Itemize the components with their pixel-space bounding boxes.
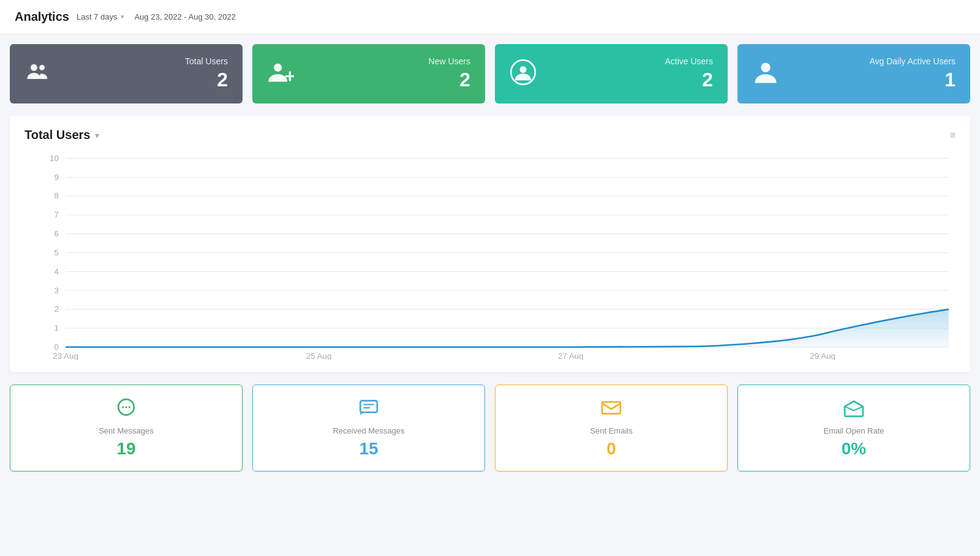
- svg-rect-41: [602, 402, 620, 413]
- person-add-icon: [267, 59, 294, 89]
- group-icon: [24, 59, 51, 89]
- sent-messages-card: Sent Messages 19: [10, 385, 243, 471]
- bottom-cards: Sent Messages 19 Received Messages 15 Se…: [0, 385, 980, 484]
- chart-section: Total Users ▾ ≡: [10, 116, 970, 372]
- active-users-content: Active Users 2: [546, 56, 713, 91]
- total-users-value: 2: [217, 69, 228, 91]
- date-range: Aug 23, 2022 - Aug 30, 2022: [134, 12, 236, 21]
- mail-icon: [601, 397, 622, 423]
- page-title: Analytics: [15, 10, 69, 24]
- chart-container: 10 9 8 7 6 5 4 3 2 1 0 23 Aug 25 Aug 27 …: [24, 152, 956, 360]
- mail-open-icon: [843, 397, 864, 423]
- header: Analytics Last 7 days ▾ Aug 23, 2022 - A…: [0, 0, 980, 34]
- svg-text:29 Aug: 29 Aug: [810, 351, 835, 360]
- svg-text:3: 3: [54, 286, 58, 295]
- sent-emails-label: Sent Emails: [590, 426, 632, 435]
- email-open-rate-card: Email Open Rate 0%: [737, 385, 970, 471]
- svg-text:4: 4: [54, 267, 58, 276]
- avg-daily-card: Avg Daily Active Users 1: [737, 44, 970, 103]
- new-users-content: New Users 2: [304, 56, 470, 91]
- svg-point-0: [31, 64, 37, 70]
- chart-header: Total Users ▾ ≡: [24, 128, 956, 142]
- svg-point-6: [520, 66, 527, 73]
- svg-text:6: 6: [54, 229, 58, 238]
- filter-label: Last 7 days: [77, 12, 118, 21]
- new-users-value: 2: [459, 69, 470, 91]
- chart-menu-icon[interactable]: ≡: [950, 130, 956, 141]
- total-users-label: Total Users: [185, 56, 228, 66]
- message-icon: [358, 397, 379, 423]
- svg-text:2: 2: [54, 305, 58, 314]
- svg-text:7: 7: [54, 211, 58, 220]
- svg-text:8: 8: [54, 192, 58, 201]
- svg-point-35: [122, 406, 124, 408]
- email-open-rate-label: Email Open Rate: [824, 426, 884, 435]
- svg-point-37: [129, 406, 130, 408]
- received-messages-card: Received Messages 15: [252, 385, 485, 471]
- total-users-card: Total Users 2: [10, 44, 243, 103]
- svg-point-2: [274, 63, 282, 71]
- chevron-down-icon: ▾: [121, 13, 124, 21]
- chart-title-row: Total Users ▾: [24, 128, 99, 142]
- avg-daily-label: Avg Daily Active Users: [869, 56, 956, 66]
- svg-rect-38: [360, 400, 377, 412]
- active-users-card: Active Users 2: [495, 44, 728, 103]
- svg-point-7: [761, 62, 770, 72]
- person-circle-icon: [510, 59, 537, 89]
- active-users-label: Active Users: [665, 56, 713, 66]
- received-messages-label: Received Messages: [333, 426, 404, 435]
- avg-daily-value: 1: [944, 69, 956, 91]
- total-users-content: Total Users 2: [61, 56, 228, 91]
- svg-text:23 Aug: 23 Aug: [53, 351, 78, 360]
- chat-icon: [116, 397, 137, 423]
- date-filter[interactable]: Last 7 days ▾: [77, 12, 125, 21]
- received-messages-value: 15: [359, 439, 378, 459]
- sent-messages-label: Sent Messages: [99, 426, 154, 435]
- sent-emails-card: Sent Emails 0: [495, 385, 728, 471]
- email-open-rate-value: 0%: [842, 439, 866, 459]
- active-users-value: 2: [702, 69, 713, 91]
- metrics-row: Total Users 2 New Users 2: [0, 34, 980, 103]
- svg-text:10: 10: [50, 154, 59, 163]
- chart-chevron-icon[interactable]: ▾: [95, 130, 99, 140]
- svg-text:0: 0: [54, 342, 58, 351]
- chart-svg: 10 9 8 7 6 5 4 3 2 1 0 23 Aug 25 Aug 27 …: [24, 152, 956, 360]
- new-users-label: New Users: [429, 56, 470, 66]
- svg-point-36: [125, 406, 127, 408]
- svg-text:25 Aug: 25 Aug: [306, 351, 332, 360]
- svg-text:27 Aug: 27 Aug: [558, 351, 584, 360]
- avg-daily-content: Avg Daily Active Users 1: [789, 56, 956, 91]
- sent-messages-value: 19: [116, 439, 135, 459]
- svg-text:1: 1: [54, 323, 58, 332]
- chart-title: Total Users: [24, 128, 90, 142]
- new-users-card: New Users 2: [252, 44, 485, 103]
- person-icon: [752, 59, 779, 89]
- svg-point-1: [39, 64, 45, 70]
- svg-text:5: 5: [54, 248, 58, 257]
- sent-emails-value: 0: [606, 439, 616, 459]
- svg-text:9: 9: [54, 173, 58, 182]
